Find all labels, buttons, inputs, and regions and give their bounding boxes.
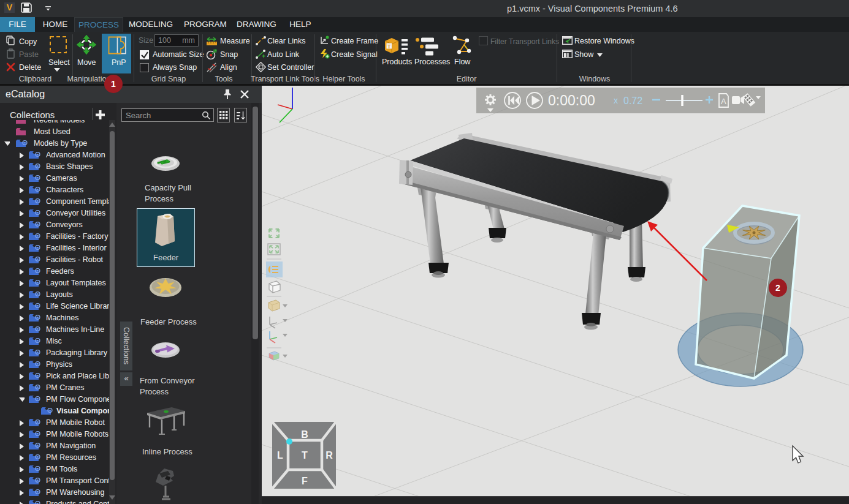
svg-text:L: L — [277, 450, 283, 461]
svg-text:T: T — [302, 450, 308, 461]
svg-text:F: F — [302, 476, 308, 486]
svg-text:R: R — [326, 450, 333, 461]
svg-text:0:00:00: 0:00:00 — [548, 92, 595, 108]
svg-text:x: x — [614, 96, 618, 105]
svg-text:B: B — [301, 429, 308, 440]
svg-text:T: T — [387, 43, 391, 50]
svg-text:A: A — [721, 97, 726, 106]
svg-text:0.72: 0.72 — [623, 96, 642, 106]
